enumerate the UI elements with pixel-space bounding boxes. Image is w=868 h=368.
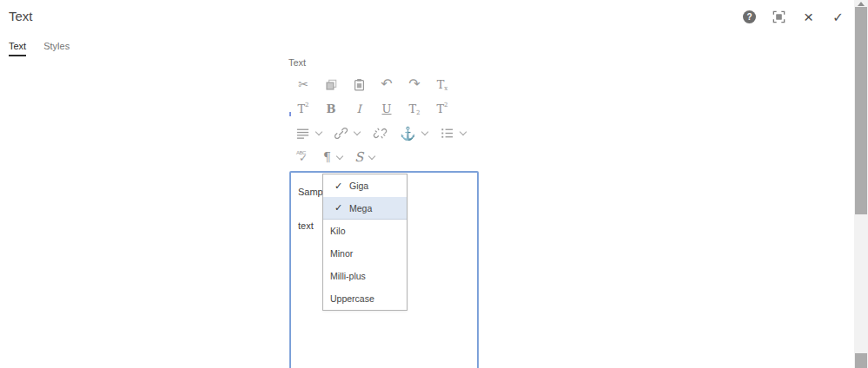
- tab-styles[interactable]: Styles: [43, 32, 70, 55]
- toolbar-row-4: ABC ✓ ¶ S: [295, 148, 374, 166]
- spellcheck-icon: ABC ✓: [296, 150, 310, 164]
- bold-button[interactable]: B: [323, 100, 339, 117]
- paste-plaintext-button[interactable]: Tx: [434, 76, 450, 93]
- chevron-down-icon: [421, 128, 427, 135]
- dropdown-item-giga[interactable]: ✓ Giga: [323, 174, 407, 197]
- cut-button[interactable]: ✂: [295, 76, 311, 93]
- dropdown-item-uppercase[interactable]: Uppercase: [323, 287, 407, 310]
- tab-bar: Text Styles: [0, 32, 854, 57]
- redo-button[interactable]: ↷: [407, 76, 422, 93]
- close-icon: ×: [804, 9, 813, 25]
- italic-button[interactable]: I: [351, 100, 367, 117]
- unlink-icon: [373, 126, 388, 141]
- check-icon: ✓: [335, 181, 344, 192]
- dropdown-item-label: Minor: [330, 248, 353, 259]
- chevron-down-icon: [354, 128, 361, 135]
- dialog-title: Text: [9, 9, 33, 23]
- check-icon: ✓: [335, 202, 344, 214]
- redo-icon: ↷: [408, 77, 420, 91]
- chevron-down-icon: [459, 128, 466, 135]
- text-line: text: [298, 220, 314, 231]
- list-icon: [440, 126, 454, 141]
- dropdown-item-label: Milli-plus: [330, 271, 366, 281]
- paragraph-icon: ¶: [323, 151, 331, 163]
- styles-button[interactable]: S: [354, 148, 374, 166]
- dropdown-item-label: Giga: [349, 181, 368, 191]
- scroll-down-button[interactable]: [855, 353, 867, 368]
- bold-icon: B: [327, 103, 336, 115]
- align-icon: [295, 126, 310, 141]
- toolbar-row-1: ✂ ↶ ↷ Tx: [295, 76, 450, 93]
- help-button[interactable]: ?: [742, 10, 757, 24]
- link-icon: [334, 126, 348, 141]
- dropdown-item-label: Mega: [349, 203, 372, 214]
- align-button[interactable]: [295, 124, 321, 141]
- paragraph-format-button[interactable]: ¶: [323, 148, 342, 166]
- format-button[interactable]: T2: [295, 100, 311, 117]
- text-field-label: Text: [288, 57, 306, 68]
- dropdown-item-minor[interactable]: Minor: [323, 242, 407, 265]
- chevron-down-icon: [336, 152, 343, 159]
- scrollbar-thumb[interactable]: [855, 7, 867, 214]
- scroll-up-arrow-icon[interactable]: [858, 2, 865, 6]
- underline-button[interactable]: U: [379, 100, 394, 117]
- toolbar-row-3: ⚓: [295, 124, 466, 141]
- dropdown-item-kilo[interactable]: Kilo: [323, 220, 407, 242]
- fullscreen-icon: [772, 10, 786, 24]
- toolbar-row-2: T2 B I U T2 T2: [295, 100, 450, 117]
- undo-button[interactable]: ↶: [379, 76, 394, 93]
- list-button[interactable]: [440, 124, 466, 141]
- chevron-down-icon: [368, 152, 375, 159]
- subscript-button[interactable]: T2: [407, 100, 422, 117]
- confirm-icon: ✓: [832, 10, 844, 23]
- cut-icon: ✂: [298, 78, 308, 90]
- chevron-down-icon: [315, 128, 322, 135]
- vertical-scrollbar[interactable]: [854, 0, 868, 368]
- undo-icon: ↶: [381, 77, 392, 91]
- paste-button[interactable]: [351, 76, 367, 93]
- underline-icon: U: [382, 103, 392, 115]
- tab-text[interactable]: Text: [9, 32, 26, 56]
- superscript-button[interactable]: T2: [434, 100, 450, 117]
- header-actions: ? × ✓: [742, 10, 845, 24]
- link-button[interactable]: [334, 124, 360, 141]
- text-caret: [289, 112, 291, 116]
- spellcheck-button[interactable]: ABC ✓: [295, 148, 311, 166]
- copy-icon: [324, 77, 339, 92]
- subscript-icon: T2: [408, 103, 420, 115]
- styles-icon: S: [354, 151, 363, 164]
- paste-icon: [352, 77, 367, 92]
- dropdown-item-label: Kilo: [330, 226, 346, 236]
- dropdown-item-label: Uppercase: [330, 293, 374, 304]
- copy-button[interactable]: [323, 76, 339, 93]
- fullscreen-button[interactable]: [772, 10, 786, 24]
- confirm-button[interactable]: ✓: [831, 10, 845, 24]
- superscript-icon: T2: [436, 103, 447, 115]
- unlink-button[interactable]: [372, 124, 388, 141]
- paste-plaintext-icon: Tx: [437, 79, 448, 90]
- dropdown-item-milli-plus[interactable]: Milli-plus: [323, 265, 407, 287]
- dialog-header: Text ? × ✓: [0, 0, 854, 33]
- close-button[interactable]: ×: [801, 10, 816, 24]
- italic-icon: I: [356, 103, 361, 115]
- text-editor-dialog: Text ? × ✓ Text Styles Text: [0, 0, 868, 368]
- anchor-button[interactable]: ⚓: [400, 124, 427, 141]
- anchor-icon: ⚓: [400, 127, 416, 140]
- format-icon: T2: [297, 103, 308, 115]
- dropdown-item-mega[interactable]: ✓ Mega: [323, 197, 407, 220]
- help-icon: ?: [743, 10, 756, 23]
- paragraph-format-dropdown: ✓ Giga ✓ Mega Kilo Minor Milli-plus Uppe…: [322, 174, 407, 311]
